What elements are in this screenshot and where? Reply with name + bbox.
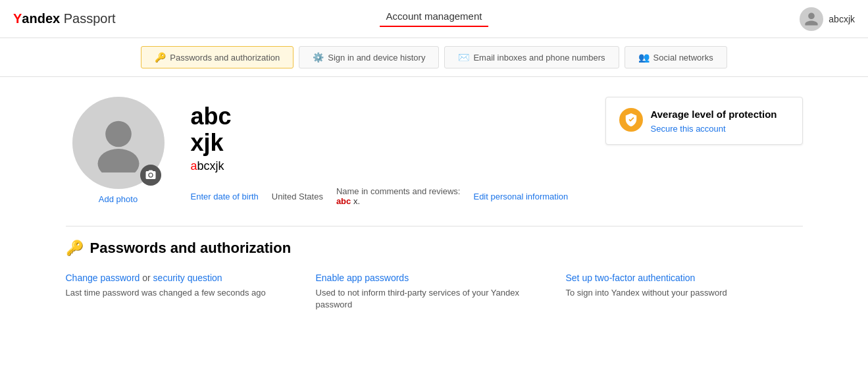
name-bold-part: abc xyxy=(336,196,351,206)
avatar xyxy=(800,7,823,31)
card-2-title: Enable app passwords xyxy=(316,273,553,283)
section-divider xyxy=(66,226,803,226)
security-question-link[interactable]: security question xyxy=(153,273,222,283)
tab-signin[interactable]: ⚙️ Sign in and device history xyxy=(299,46,439,68)
avatar-container: Add photo xyxy=(66,97,171,204)
passwords-grid: Change password or security question Las… xyxy=(66,273,803,311)
header-username: abcxjk xyxy=(829,14,855,24)
tab-email-label: Email inboxes and phone numbers xyxy=(473,53,605,63)
passwords-section-header: 🔑 Passwords and authorization xyxy=(66,240,803,257)
profile-meta: Enter date of birth United States Name i… xyxy=(191,186,803,206)
protection-text: Average level of protection Secure this … xyxy=(651,108,777,134)
profile-username: abcxjk xyxy=(191,159,803,173)
shield-icon xyxy=(624,113,638,127)
name-rest-part: x. xyxy=(351,196,360,206)
key-tab-icon: 🔑 xyxy=(155,52,166,63)
tab-passwords-label: Passwords and authorization xyxy=(170,53,280,63)
card-1-or: or xyxy=(142,273,153,283)
passwords-section-title: Passwords and authorization xyxy=(90,240,292,257)
tab-signin-label: Sign in and device history xyxy=(328,53,425,63)
logo-passport: Passport xyxy=(64,11,116,26)
tab-email[interactable]: ✉️ Email inboxes and phone numbers xyxy=(444,46,619,68)
header-user: abcxjk xyxy=(800,7,855,31)
add-photo-link[interactable]: Add photo xyxy=(99,194,138,204)
enter-dob-link[interactable]: Enter date of birth xyxy=(191,192,259,201)
camera-icon xyxy=(145,169,157,181)
name-in-comments-label: Name in comments and reviews: xyxy=(336,186,461,196)
logo[interactable]: Yandex Passport xyxy=(13,11,116,26)
name-in-comments: Name in comments and reviews: abc x. xyxy=(336,186,461,206)
header-center: Account management xyxy=(380,11,489,27)
avatar-person-icon xyxy=(89,113,148,172)
key-section-icon: 🔑 xyxy=(66,240,84,257)
header: Yandex Passport Account management abcxj… xyxy=(0,0,868,38)
country-text: United States xyxy=(272,192,323,201)
gear-tab-icon: ⚙️ xyxy=(313,52,324,63)
camera-button[interactable] xyxy=(140,165,161,186)
enable-app-passwords-link[interactable]: Enable app passwords xyxy=(316,273,409,283)
tab-social[interactable]: 👥 Social networks xyxy=(625,46,727,68)
password-card-1: Change password or security question Las… xyxy=(66,273,303,311)
card-1-desc: Last time password was changed a few sec… xyxy=(66,287,303,299)
protection-box: Average level of protection Secure this … xyxy=(605,97,803,145)
password-card-2: Enable app passwords Used to not inform … xyxy=(316,273,553,311)
avatar-circle xyxy=(72,97,165,189)
shield-icon-wrap xyxy=(619,108,643,132)
username-red-part: a xyxy=(191,159,197,172)
profile-section: Add photo abc xjk abcxjk Enter date of b… xyxy=(66,97,803,206)
password-card-3: Set up two-factor authentication To sign… xyxy=(566,273,803,311)
name-in-comments-value: abc x. xyxy=(336,196,461,206)
social-tab-icon: 👥 xyxy=(638,52,650,63)
card-2-desc: Used to not inform third-party services … xyxy=(316,287,553,311)
person-icon xyxy=(804,11,819,27)
card-3-title: Set up two-factor authentication xyxy=(566,273,803,283)
nav-tabs: 🔑 Passwords and authorization ⚙️ Sign in… xyxy=(0,38,868,77)
protection-title: Average level of protection xyxy=(651,109,777,120)
passwords-section: 🔑 Passwords and authorization Change pas… xyxy=(66,240,803,311)
card-3-desc: To sign into Yandex without your passwor… xyxy=(566,287,803,299)
edit-personal-link[interactable]: Edit personal information xyxy=(473,192,568,201)
card-1-title: Change password or security question xyxy=(66,273,303,283)
svg-point-0 xyxy=(105,121,132,147)
main-content: Add photo abc xjk abcxjk Enter date of b… xyxy=(39,77,829,331)
tab-passwords[interactable]: 🔑 Passwords and authorization xyxy=(141,46,294,68)
mail-tab-icon: ✉️ xyxy=(458,52,469,63)
secure-account-link[interactable]: Secure this account xyxy=(651,124,777,134)
logo-y: Y xyxy=(13,11,22,26)
account-management-title: Account management xyxy=(380,11,489,27)
username-black-part: bcxjk xyxy=(197,159,224,172)
tab-social-label: Social networks xyxy=(653,53,713,63)
two-factor-link[interactable]: Set up two-factor authentication xyxy=(566,273,696,283)
svg-point-1 xyxy=(97,149,139,172)
change-password-link[interactable]: Change password xyxy=(66,273,140,283)
logo-yandex: andex xyxy=(22,11,60,26)
